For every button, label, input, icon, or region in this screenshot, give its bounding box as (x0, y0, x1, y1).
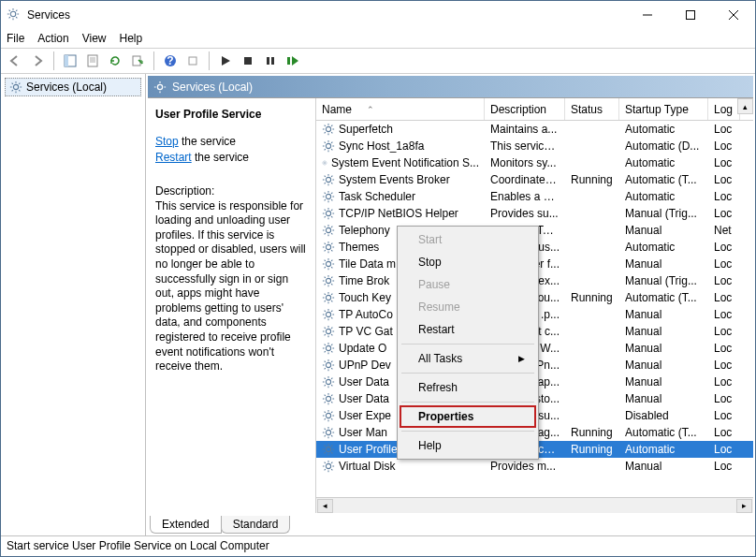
gear-icon (322, 443, 335, 456)
service-name: Virtual Disk (339, 460, 395, 473)
service-startup-type: Manual (619, 257, 708, 271)
export-list-button[interactable] (127, 51, 148, 71)
service-name: System Event Notification S... (331, 156, 479, 169)
table-row[interactable]: Sync Host_1a8faThis service ...Automatic… (316, 138, 753, 154)
ctx-properties[interactable]: Properties (400, 405, 536, 428)
svg-rect-1 (687, 11, 695, 20)
minimize-button[interactable] (626, 1, 669, 29)
service-logon: Loc (708, 123, 740, 136)
stop-service-link[interactable]: Stop (155, 135, 179, 148)
gear-icon (322, 207, 335, 220)
stop-service-toolbar-button[interactable] (238, 51, 258, 71)
service-startup-type: Manual (Trig... (619, 274, 708, 287)
gear-icon (322, 241, 335, 254)
menu-file[interactable]: File (7, 32, 24, 45)
menu-view[interactable]: View (82, 32, 107, 45)
service-logon: Loc (708, 359, 740, 372)
svg-point-27 (326, 329, 330, 333)
ctx-help[interactable]: Help (400, 434, 536, 457)
svg-point-30 (326, 379, 330, 384)
service-name: Superfetch (339, 123, 393, 136)
tab-standard[interactable]: Standard (221, 516, 291, 534)
column-description[interactable]: Description (485, 98, 565, 120)
gear-icon (322, 274, 335, 287)
ctx-start: Start (400, 228, 536, 251)
detail-pane: Services (Local) User Profile Service St… (146, 74, 755, 535)
ctx-pause: Pause (400, 273, 536, 296)
service-name: Sync Host_1a8fa (339, 139, 424, 153)
svg-point-34 (326, 447, 330, 451)
table-row[interactable]: System Events BrokerCoordinates...Runnin… (316, 171, 753, 188)
svg-point-13 (13, 84, 18, 89)
ctx-refresh[interactable]: Refresh (400, 376, 536, 399)
service-logon: Loc (708, 426, 740, 439)
service-name: User Expe (339, 409, 391, 422)
service-startup-type: Automatic (619, 443, 708, 456)
scroll-right-button[interactable]: ▸ (736, 499, 752, 513)
show-hide-tree-button[interactable] (60, 51, 80, 71)
restart-service-toolbar-button[interactable] (283, 51, 303, 71)
svg-point-0 (10, 11, 16, 17)
properties-toolbar-button[interactable] (82, 51, 103, 71)
service-logon: Loc (708, 207, 740, 220)
ctx-restart[interactable]: Restart (400, 318, 536, 341)
horizontal-scrollbar[interactable]: ◂ ▸ (316, 497, 753, 513)
column-name[interactable]: Name⌃ (316, 98, 485, 120)
restart-service-link[interactable]: Restart (155, 151, 192, 164)
service-startup-type: Manual (619, 392, 708, 405)
service-description: Maintains a... (485, 123, 565, 136)
scroll-left-button[interactable]: ◂ (317, 499, 333, 513)
gear-icon (322, 156, 327, 169)
detail-header: Services (Local) (148, 76, 753, 98)
service-startup-type: Automatic (619, 123, 708, 136)
unknown-toolbar-button[interactable] (182, 51, 203, 71)
context-menu: Start Stop Pause Resume Restart All Task… (397, 226, 539, 460)
back-button[interactable] (5, 51, 25, 71)
table-row[interactable]: SuperfetchMaintains a...AutomaticLoc (316, 121, 753, 138)
service-logon: Loc (708, 325, 740, 338)
svg-rect-10 (267, 57, 269, 65)
service-name: TP VC Gat (339, 325, 393, 338)
services-app-icon (7, 7, 22, 22)
table-row[interactable]: System Event Notification S...Monitors s… (316, 154, 753, 171)
menu-action[interactable]: Action (37, 32, 68, 45)
table-row[interactable]: TCP/IP NetBIOS HelperProvides su...Manua… (316, 205, 753, 222)
column-startup-type[interactable]: Startup Type (619, 98, 708, 120)
list-header: Name⌃ Description Status Startup Type Lo… (316, 98, 753, 121)
service-status: Running (565, 443, 619, 456)
table-row[interactable]: Task SchedulerEnables a us...AutomaticLo… (316, 188, 753, 205)
svg-rect-11 (271, 57, 274, 65)
maximize-button[interactable] (669, 1, 712, 29)
service-startup-type: Manual (619, 359, 708, 372)
link-suffix: the service (192, 151, 249, 164)
help-toolbar-button[interactable]: ? (160, 51, 181, 71)
service-description: Coordinates... (485, 173, 565, 186)
service-startup-type: Disabled (619, 409, 708, 422)
close-button[interactable] (712, 1, 755, 29)
svg-point-19 (326, 194, 330, 198)
column-logon-as[interactable]: Log (708, 98, 740, 120)
svg-point-28 (326, 345, 330, 350)
service-startup-type: Automatic (T... (619, 426, 708, 439)
service-name: UPnP Dev (339, 359, 391, 372)
svg-point-31 (326, 396, 330, 401)
menu-help[interactable]: Help (120, 32, 143, 45)
ctx-stop[interactable]: Stop (400, 251, 536, 273)
service-status: Running (565, 426, 619, 439)
service-startup-type: Automatic (619, 190, 708, 203)
scroll-up-button[interactable]: ▴ (737, 98, 753, 114)
column-status[interactable]: Status (565, 98, 619, 120)
service-logon: Loc (708, 375, 740, 388)
ctx-resume: Resume (400, 296, 536, 318)
ctx-all-tasks[interactable]: All Tasks▶ (400, 347, 536, 370)
pause-service-toolbar-button[interactable] (260, 51, 281, 71)
table-row[interactable]: Virtual DiskProvides m...ManualLoc (316, 458, 753, 475)
service-logon: Loc (708, 409, 740, 422)
start-service-toolbar-button[interactable] (215, 51, 236, 71)
svg-point-25 (326, 295, 330, 300)
gear-icon (322, 392, 335, 405)
refresh-toolbar-button[interactable] (105, 51, 125, 71)
forward-button[interactable] (27, 51, 48, 71)
tab-extended[interactable]: Extended (150, 516, 222, 534)
tree-node-services-local[interactable]: Services (Local) (5, 78, 141, 96)
